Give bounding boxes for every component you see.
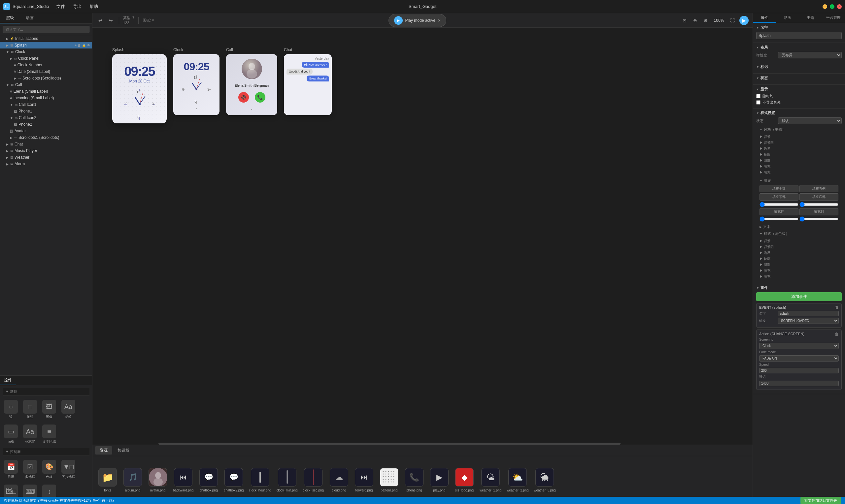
close-button[interactable]: × [837,4,842,9]
event-delete-icon[interactable]: 🗑 [835,305,839,309]
file-item-avatar[interactable]: avatar.png [148,468,168,492]
file-item-clock-hour[interactable]: clock_hour.png [249,468,271,492]
delay-input[interactable] [759,381,839,386]
name-input[interactable] [756,32,842,39]
undo-button[interactable]: ↩ [96,17,104,24]
layer-avatar[interactable]: 🖼 Avatar [0,128,92,134]
layer-phone2[interactable]: 🖼 Phone2 [0,121,92,128]
layer-chat[interactable]: ▶ 🖥 Chat [0,141,92,147]
file-item-clock-min[interactable]: clock_min.png [277,468,298,492]
layer-hide-btn[interactable]: 👁 [87,43,90,47]
layer-clock-number[interactable]: A Clock Number [0,62,92,68]
layer-splash[interactable]: ▶ 🖥 Splash + 🗑 🔒 👁 [0,42,92,49]
layout-select[interactable]: 无布局 Flex Grid [778,52,842,58]
file-item-chatbox[interactable]: 💬 chatbox.png [199,468,218,492]
layer-incoming-label[interactable]: A Incoming (Small Label) [0,95,92,101]
action-delete-icon[interactable]: 🗑 [835,332,839,337]
layer-phone1[interactable]: 🖼 Phone1 [0,108,92,114]
layer-add-btn[interactable]: + [75,43,76,47]
zoom-out-button[interactable]: ⊖ [691,17,699,24]
widget-checkbox[interactable]: ☑ 多选框 [22,458,38,481]
tab-platform[interactable]: 平台管理 [822,13,845,23]
layer-initial-actions[interactable]: ▶ ⚡ Initial actions [0,35,92,42]
radius-slider-1[interactable] [759,202,798,207]
widget-btn[interactable]: □ 按钮 [22,398,38,420]
menu-help[interactable]: 帮助 [86,2,101,11]
search-input[interactable] [3,26,89,33]
menu-export[interactable]: 导出 [70,2,85,11]
layer-delete-btn[interactable]: 🗑 [77,43,81,47]
noscroll-checkbox[interactable] [756,100,760,105]
canvas-scrollbar[interactable] [92,442,753,445]
menu-file[interactable]: 文件 [53,2,68,11]
widget-colorwheel[interactable]: 🎨 色板 [41,458,57,481]
style-cols[interactable]: 填充列 [799,208,839,215]
call-accept-button[interactable]: 📞 [255,92,265,103]
hidden-checkbox[interactable] [756,94,760,98]
tab-animations[interactable]: 动画 [776,13,799,23]
tab-animation[interactable]: 动画 [20,13,40,23]
layer-date-label[interactable]: A Date (Small Label) [0,68,92,75]
bottom-tab-events[interactable]: 检错板 [113,446,134,454]
layer-clock[interactable]: ▼ 🖥 Clock [0,49,92,55]
col-slider[interactable] [799,216,839,222]
clock-screen[interactable]: 09:25 12 6 9 3 [173,54,219,115]
widget-arc[interactable]: ○ 弧 [3,398,19,420]
widget-calendar[interactable]: 📅 日历 [3,458,19,481]
style-rows[interactable]: 填充行 [759,208,798,215]
widget-img[interactable]: 🖼 图像 [41,398,57,420]
tab-widgets[interactable]: 控件 [0,376,16,385]
widget-dropdown[interactable]: ▼□ 下拉选框 [60,458,76,481]
radius-bottom[interactable]: 填充底部 [799,193,839,200]
file-item-sls-logo[interactable]: ◆ sls_logo.png [455,468,474,492]
text-style-title[interactable]: 文本 [756,223,842,230]
file-item-backward[interactable]: ⏮ backward.png [173,468,193,492]
play-mode-close[interactable]: × [438,18,441,23]
file-item-weather2[interactable]: ⛅ weather_2.png [507,468,528,492]
widget-textarea[interactable]: ≡ 文本区域 [41,423,57,445]
tab-properties[interactable]: 属性 [753,13,776,23]
speed-input[interactable] [759,368,839,373]
file-item-clock-sec[interactable]: clock_sec.png [303,468,324,492]
event-type-select[interactable]: SCREEN LOADED CLICKED [778,318,839,324]
scrollbar-thumb[interactable] [158,443,620,445]
file-item-album[interactable]: 🎵 album.png [123,468,143,492]
tab-hierarchy[interactable]: 层级 [0,13,20,23]
radius-right[interactable]: 填充右侧 [799,185,839,192]
widget-label2[interactable]: Aa 标志定 [22,423,38,445]
play-button[interactable]: ▶ [739,16,749,25]
bottom-tab-resources[interactable]: 资源 [95,446,112,454]
add-event-button[interactable]: 添加事件 [756,292,842,301]
minimize-button[interactable]: — [823,4,827,9]
file-item-fonts[interactable]: 📁 fonts [98,468,118,492]
layer-scrolldots1[interactable]: ▶ ⋯ Scrolldots1 (Scrolldots) [0,134,92,141]
layer-lock-btn[interactable]: 🔒 [82,43,86,47]
export-button[interactable]: 将文件加到到文件夹 [800,497,841,504]
layer-alarm[interactable]: ▶ 🖥 Alarm [0,161,92,167]
chat-screen[interactable]: Yesterday Hi! How are you? Good! And you… [284,54,332,115]
widget-label[interactable]: Aa 标签 [60,398,76,420]
file-item-cloud[interactable]: ☁ cloud.png [329,468,349,492]
file-item-forward[interactable]: ⏭ forward.png [354,468,374,492]
radius-style-title[interactable]: 填充 [756,177,842,184]
maximize-button[interactable]: □ [830,4,834,9]
custom-style-title[interactable]: 样式（调色板） [756,230,842,237]
tab-theme[interactable]: 主题 [799,13,822,23]
splash-screen[interactable]: 09:25 Mon 28 Oct 12 [112,54,167,123]
file-item-chatbox2[interactable]: 💬 chatbox2.png [224,468,244,492]
file-item-phone[interactable]: 📞 phone.png [404,468,424,492]
screen-to-select[interactable]: Clock Splash Call [759,343,839,349]
layer-clock-panel[interactable]: ▶ ▭ Clock Panel [0,55,92,62]
file-item-play[interactable]: ▶ play.png [429,468,449,492]
radius-slider-2[interactable] [799,202,839,207]
call-decline-button[interactable]: 📵 [238,92,249,103]
layer-call-icon2[interactable]: ▼ ▭ Call Icon2 [0,114,92,121]
layer-music-player[interactable]: ▶ 🖥 Music Player [0,147,92,154]
radius-top[interactable]: 填充顶部 [759,193,798,200]
row-slider[interactable] [759,216,798,222]
layer-call-icon1[interactable]: ▼ ▭ Call Icon1 [0,101,92,108]
layer-elena-label[interactable]: A Elena (Small Label) [0,88,92,95]
widget-panel[interactable]: ▭ 面板 [3,423,19,445]
event-name-input[interactable] [778,311,839,316]
file-item-weather1[interactable]: 🌤 weather_1.png [480,468,501,492]
